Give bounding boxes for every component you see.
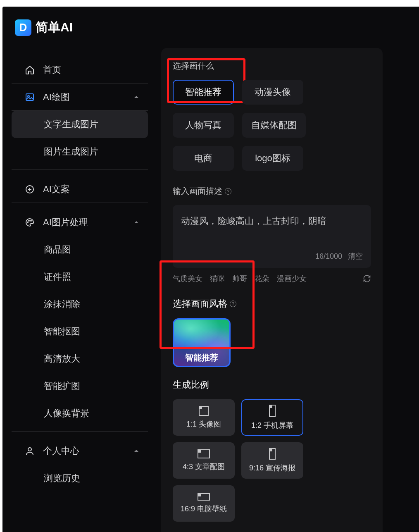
ratio-shape-icon <box>198 493 210 501</box>
ratio-shape-icon <box>199 406 209 416</box>
chip-smart-recommend[interactable]: 智能推荐 <box>173 80 234 105</box>
palette-icon <box>24 217 36 228</box>
image-icon <box>24 91 36 103</box>
char-count: 16/1000 <box>315 252 342 261</box>
chip-anime-avatar[interactable]: 动漫头像 <box>242 80 303 105</box>
ratio-label: 1:2 手机屏幕 <box>251 420 293 430</box>
help-icon[interactable]: ? <box>230 301 236 307</box>
type-chips: 智能推荐 动漫头像 人物写真 自媒体配图 电商 logo图标 <box>173 80 371 171</box>
sidebar-item-label: 智能扩图 <box>44 380 80 392</box>
chip-label: 人物写真 <box>185 119 221 131</box>
svg-point-5 <box>31 220 31 221</box>
logo-icon: D <box>15 19 31 36</box>
ratio-16-9[interactable]: 16:9 电脑壁纸 <box>173 485 235 522</box>
prompt-value: 动漫风，险峻高山，上古封印，阴暗 <box>181 214 363 239</box>
sidebar-group-ai-copy[interactable]: AI文案 <box>12 176 148 203</box>
clear-button[interactable]: 清空 <box>348 251 363 261</box>
ratio-4-3[interactable]: 4:3 文章配图 <box>173 442 235 479</box>
section-style: 选择画面风格 ? <box>173 298 371 310</box>
sidebar-item-label: 高清放大 <box>44 353 80 365</box>
ratio-label: 16:9 电脑壁纸 <box>181 504 227 514</box>
ratio-label: 9:16 宣传海报 <box>249 463 295 473</box>
sidebar: 首页 AI绘图 文字生成图片 图片生成图片 AI文案 <box>12 56 148 496</box>
sidebar-item-label: 智能抠图 <box>44 325 80 338</box>
sidebar-item-bg-swap[interactable]: 人像换背景 <box>12 400 148 427</box>
chip-logo[interactable]: logo图标 <box>242 146 303 171</box>
section-choose-type: 选择画什么 <box>173 60 371 72</box>
tag[interactable]: 花朵 <box>255 274 269 284</box>
sidebar-item-label: 个人中心 <box>43 445 79 457</box>
ratio-options: 1:1 头像图 1:2 手机屏幕 4:3 文章配图 9:16 宣传海报 16:9… <box>173 399 371 522</box>
chip-portrait[interactable]: 人物写真 <box>173 113 234 138</box>
chevron-up-icon <box>133 219 140 226</box>
sidebar-item-label: 涂抹消除 <box>44 298 80 310</box>
sidebar-item-expand[interactable]: 智能扩图 <box>12 372 148 400</box>
sidebar-item-upscale[interactable]: 高清放大 <box>12 345 148 372</box>
ratio-label: 4:3 文章配图 <box>183 462 225 472</box>
sidebar-item-label: 商品图 <box>44 243 71 256</box>
ratio-shape-icon <box>198 449 210 458</box>
sidebar-item-label: 图片生成图片 <box>44 146 98 158</box>
sidebar-item-label: AI文案 <box>43 183 70 196</box>
label-text: 生成比例 <box>173 379 209 391</box>
ratio-1-2[interactable]: 1:2 手机屏幕 <box>241 399 303 436</box>
ai-copy-icon <box>24 184 36 195</box>
style-card-label: 智能推荐 <box>174 349 229 366</box>
sidebar-item-label: 人像换背景 <box>44 407 89 420</box>
logo-text: 简单AI <box>36 19 73 36</box>
ratio-1-1[interactable]: 1:1 头像图 <box>173 399 235 436</box>
sidebar-item-label: 浏览历史 <box>44 472 80 484</box>
sidebar-submenu-ai-image: 商品图 证件照 涂抹消除 智能抠图 高清放大 智能扩图 人像换背景 <box>12 236 148 427</box>
sidebar-item-erase[interactable]: 涂抹消除 <box>12 291 148 318</box>
app-logo[interactable]: D 简单AI <box>15 19 73 36</box>
sidebar-item-product-img[interactable]: 商品图 <box>12 236 148 263</box>
divider <box>12 431 148 432</box>
sidebar-item-text2img[interactable]: 文字生成图片 <box>12 111 148 138</box>
style-card-smart-recommend[interactable]: 智能推荐 <box>173 318 231 367</box>
chip-media-image[interactable]: 自媒体配图 <box>242 113 306 138</box>
divider <box>12 169 148 170</box>
ratio-shape-icon <box>269 405 276 417</box>
svg-point-6 <box>28 448 31 451</box>
tag[interactable]: 气质美女 <box>173 274 202 284</box>
sidebar-submenu-personal: 浏览历史 <box>12 465 148 492</box>
chip-ecommerce[interactable]: 电商 <box>173 146 234 171</box>
sidebar-item-label: AI图片处理 <box>43 216 88 229</box>
chip-label: 电商 <box>194 152 212 165</box>
sidebar-item-label: AI绘图 <box>43 91 70 103</box>
sidebar-group-ai-draw[interactable]: AI绘图 <box>12 83 148 111</box>
sidebar-group-personal[interactable]: 个人中心 <box>12 437 148 465</box>
prompt-tags: 气质美女 猫咪 帅哥 花朵 漫画少女 <box>173 274 371 284</box>
sidebar-item-id-photo[interactable]: 证件照 <box>12 263 148 291</box>
sidebar-item-history[interactable]: 浏览历史 <box>12 465 148 492</box>
ratio-9-16[interactable]: 9:16 宣传海报 <box>241 442 303 479</box>
chevron-up-icon <box>133 448 140 454</box>
tag[interactable]: 帅哥 <box>232 274 247 284</box>
sidebar-item-img2img[interactable]: 图片生成图片 <box>12 138 148 165</box>
tag[interactable]: 猫咪 <box>210 274 225 284</box>
refresh-icon[interactable] <box>363 274 371 283</box>
chip-label: 自媒体配图 <box>251 119 297 131</box>
label-text: 选择画什么 <box>173 60 214 72</box>
svg-point-4 <box>29 220 29 221</box>
sidebar-item-cutout[interactable]: 智能抠图 <box>12 318 148 345</box>
tag[interactable]: 漫画少女 <box>277 274 307 284</box>
user-icon <box>24 445 36 457</box>
label-text: 输入画面描述 <box>173 186 222 197</box>
label-text: 选择画面风格 <box>173 298 227 310</box>
main-panel: 选择画什么 智能推荐 动漫头像 人物写真 自媒体配图 电商 logo图标 输入画… <box>161 48 383 532</box>
sidebar-item-home[interactable]: 首页 <box>12 56 148 83</box>
sidebar-item-label: 首页 <box>43 64 61 76</box>
help-icon[interactable]: ? <box>225 188 231 195</box>
sidebar-item-label: 证件照 <box>44 271 71 283</box>
svg-rect-0 <box>26 94 33 100</box>
chip-label: 智能推荐 <box>185 86 221 98</box>
sidebar-group-ai-image[interactable]: AI图片处理 <box>12 209 148 236</box>
sidebar-item-label: 文字生成图片 <box>44 118 98 131</box>
prompt-textarea[interactable]: 动漫风，险峻高山，上古封印，阴暗 16/1000 清空 <box>173 205 371 268</box>
home-icon <box>24 64 36 76</box>
svg-point-3 <box>27 222 28 223</box>
sidebar-submenu-ai-draw: 文字生成图片 图片生成图片 <box>12 111 148 165</box>
chip-label: 动漫头像 <box>255 86 291 98</box>
ratio-label: 1:1 头像图 <box>186 419 221 429</box>
